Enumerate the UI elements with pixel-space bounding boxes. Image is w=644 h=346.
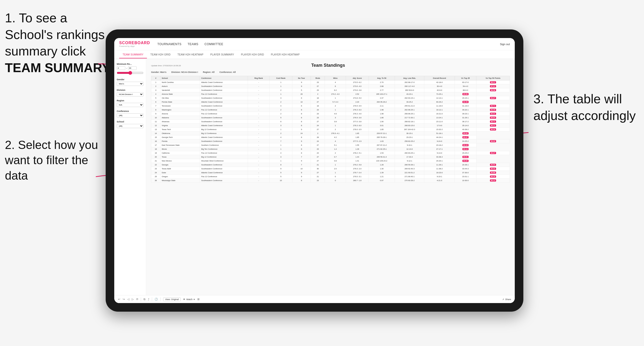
table-row: 17East Tennessee StateSouthern Conferenc…	[151, 143, 510, 147]
filter-display-region: Region: All	[203, 71, 214, 73]
filter-min-input[interactable]	[117, 66, 125, 70]
tab-team-h2h-grid[interactable]: TEAM H2H GRID	[147, 51, 174, 58]
tab-team-h2h-heatmap[interactable]: TEAM H2H HEATMAP	[174, 51, 207, 58]
tab-player-summary[interactable]: PLAYER SUMMARY	[207, 51, 238, 58]
table-row: 8WashingtonPac-12 Conference-28231276.3 …	[151, 108, 510, 112]
filter-division: Division NCAA Division I NCAA Division I…	[117, 89, 144, 96]
redo-icon[interactable]: ↪	[122, 298, 125, 301]
share-button[interactable]: ↗ Share	[502, 298, 511, 301]
score-badge: 80.71	[490, 105, 496, 107]
tablet-frame: SCOREBOARD Powered by clippi TOURNAMENTS…	[106, 29, 523, 312]
score-badge: 82.39	[462, 101, 469, 103]
table-row: 9ArizonaPac-12 Conference-28234.6276.3 -…	[151, 112, 510, 116]
table-row: 5Ole MissSoutheastern Conference-3618127…	[151, 96, 510, 100]
tab-player-h2h-heatmap[interactable]: PLAYER H2H HEATMAP	[268, 51, 303, 58]
filter-display-gender: Gender: Men's	[151, 71, 166, 73]
table-row: 19CaliforniaPac-12 Conference-48242278.2…	[151, 151, 510, 155]
score-badge: 83.49	[490, 109, 496, 111]
undo-icon[interactable]: ↩	[118, 298, 120, 301]
main-nav: TOURNAMENTS TEAMS COMMITTEE	[158, 41, 500, 47]
instruction-2-text: 2. Select how you want to filter the dat…	[5, 138, 98, 182]
tab-team-summary[interactable]: TEAM SUMMARY	[119, 51, 147, 58]
filter-conference-select[interactable]: (All)	[117, 113, 144, 118]
filter-range-inputs: -	[117, 66, 144, 70]
col-reg-rank: Reg Rank	[248, 76, 270, 80]
sub-nav: TEAM SUMMARY TEAM H2H GRID TEAM H2H HEAT…	[114, 50, 515, 59]
score-badge: 80.84	[462, 160, 469, 162]
filter-min-rank-label: Minimum Ro...	[117, 63, 144, 65]
view-original-button[interactable]: View: Original	[163, 297, 180, 301]
filter-school-select[interactable]: (All)	[117, 124, 144, 128]
filter-region: Region N/A All	[117, 99, 144, 107]
nav-teams[interactable]: TEAMS	[188, 41, 198, 47]
refresh-icon[interactable]: ⟳	[136, 298, 138, 301]
watch-label: Watch	[186, 298, 192, 301]
score-badge: 89.11	[490, 81, 496, 83]
table-area: Update time: 27/03/2024 16:56:26 Team St…	[146, 59, 515, 295]
share2-icon[interactable]: ⤴	[148, 298, 150, 301]
score-badge: 80.11	[490, 124, 496, 127]
nav-committee[interactable]: COMMITTEE	[204, 41, 223, 47]
table-row: 3VanderbiltSoutheastern Conference-25236…	[151, 88, 510, 92]
score-badge: 80.54	[490, 164, 496, 166]
filter-gender-select[interactable]: Men's Women's	[117, 82, 144, 86]
logo-area: SCOREBOARD Powered by clippi	[119, 41, 150, 47]
table-row: 10AlabamaSoutheastern Conference-5623327…	[151, 116, 510, 120]
table-row: 12VirginiaAtlantic Coast Conference-3824…	[151, 124, 510, 128]
table-title: Team Standings	[181, 63, 476, 68]
table-row: 14OklahomaBig 12 Conference-2242276.9 -4…	[151, 132, 510, 136]
share-icon: ↗	[502, 298, 504, 301]
score-badge: 80.14	[462, 148, 469, 150]
col-adj-score: Adj. Score	[346, 76, 368, 80]
filter-max-input[interactable]	[128, 66, 136, 70]
table-row: 21New MexicoMountain West Conference-192…	[151, 159, 510, 163]
tab-player-h2h-grid[interactable]: PLAYER H2H GRID	[238, 51, 268, 58]
copy-icon[interactable]: ⧉	[144, 298, 146, 301]
filter-school-label: School	[117, 121, 144, 123]
share-label: Share	[505, 298, 511, 301]
logo-text: SCOREBOARD	[119, 41, 150, 45]
filter-display-conference: Conference: All	[220, 71, 236, 73]
filter-region-select[interactable]: N/A All	[117, 103, 144, 107]
table-row: 26Mississippi StateSoutheastern Conferen…	[151, 179, 510, 182]
filter-rank-slider[interactable]	[117, 71, 144, 75]
score-badge: 80.71	[490, 121, 496, 123]
instruction-1-text: 1. To see a School's rankings summary cl…	[5, 11, 105, 58]
active-filters-row: Gender: Men's Division: NCAA Division I …	[151, 71, 510, 73]
nav-tournaments[interactable]: TOURNAMENTS	[158, 41, 182, 47]
table-row: 7TennesseeSoutheastern Conference-461822…	[151, 104, 510, 108]
score-badge: 80.16	[462, 144, 469, 146]
table-row: 1North CarolinaAtlantic Coast Conference…	[151, 80, 510, 84]
table-row: 4Arizona StatePac-12 Conference-1262274.…	[151, 92, 510, 96]
instruction-2: 2. Select how you want to filter the dat…	[5, 137, 98, 183]
filter-min-rank: Minimum Ro... -	[117, 63, 144, 75]
col-wins: Wins	[325, 76, 346, 80]
watch-button[interactable]: 👁 Watch ▾	[183, 298, 194, 301]
filter-division-select[interactable]: NCAA Division I NCAA Division II NCAA Di…	[117, 92, 144, 96]
table-row: 23Texas A&MSoutheastern Conference-91030…	[151, 167, 510, 171]
table-header-section: Update time: 27/03/2024 16:56:26 Team St…	[151, 63, 510, 68]
score-badge: 80.34	[490, 128, 496, 131]
sign-out-link[interactable]: Sign out	[500, 43, 510, 46]
score-badge: 80.91	[462, 156, 469, 158]
table-row: 11ArkansasSoutheastern Conference-68273.…	[151, 120, 510, 124]
grid-icon[interactable]: ⊞	[197, 298, 200, 301]
update-time-text: Update time: 27/03/2024 16:56:26	[151, 65, 181, 67]
score-badge: 80.88	[490, 172, 496, 174]
clock-icon: 🕐	[154, 298, 158, 301]
toolbar-sep-3	[160, 297, 161, 301]
table-row: 13Texas TechBig 12 Conference-19272276.0…	[151, 128, 510, 132]
col-rank: #	[151, 76, 160, 80]
col-avg-to-50: Avg. To 50	[368, 76, 395, 80]
watch-chevron: ▾	[194, 298, 195, 301]
score-badge: 86.58	[490, 89, 496, 91]
col-overall-record: Overall Record	[424, 76, 455, 80]
forward-icon[interactable]: ▷	[132, 298, 134, 301]
score-badge: 80.13	[490, 179, 496, 181]
filter-gender-label: Gender	[117, 78, 144, 81]
col-avg-low: Avg. Low Rds.	[395, 76, 424, 80]
back-icon[interactable]: ◁	[127, 298, 129, 301]
table-row: 20TexasBig 12 Conference-37270.71.44269 …	[151, 155, 510, 159]
col-rnds: Rnds	[311, 76, 325, 80]
table-row: 2AuburnSoutheastern Conference-19276273.…	[151, 84, 510, 88]
